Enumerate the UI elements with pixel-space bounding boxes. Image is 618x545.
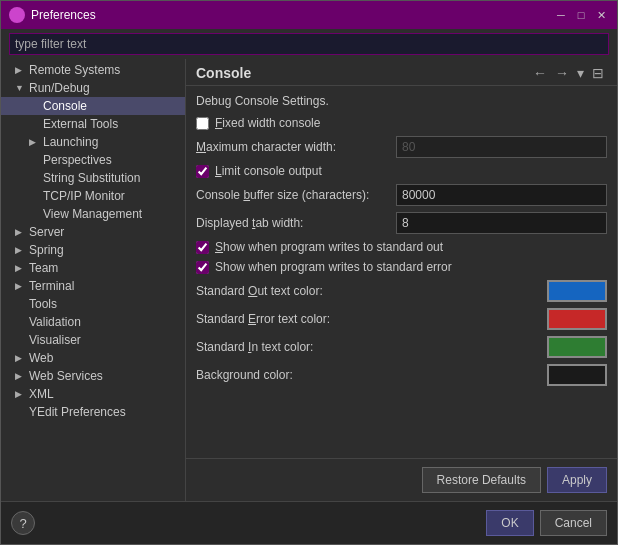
sidebar-item-web-services[interactable]: ▶ Web Services — [1, 367, 185, 385]
sidebar-item-spring[interactable]: ▶ Spring — [1, 241, 185, 259]
bg-color-label: Background color: — [196, 368, 547, 382]
stderr-color-label: Standard Error text color: — [196, 312, 547, 326]
show-stdout-label: Show when program writes to standard out — [215, 240, 443, 254]
window-title: Preferences — [31, 8, 96, 22]
panel-header: Console ← → ▾ ⊟ — [186, 59, 617, 86]
maximize-button[interactable]: □ — [573, 7, 589, 23]
stdin-color-swatch — [549, 338, 605, 356]
forward-button[interactable]: → — [552, 65, 572, 81]
stdin-color-button[interactable] — [547, 336, 607, 358]
panel-body: Debug Console Settings. Fixed width cons… — [186, 86, 617, 458]
back-button[interactable]: ← — [530, 65, 550, 81]
sidebar-item-label: Web — [29, 351, 53, 365]
collapse-button[interactable]: ⊟ — [589, 65, 607, 81]
sidebar-item-tools[interactable]: Tools — [1, 295, 185, 313]
sidebar-item-label: Spring — [29, 243, 64, 257]
sidebar-item-label: String Substitution — [43, 171, 140, 185]
titlebar-left: Preferences — [9, 7, 96, 23]
help-button[interactable]: ? — [11, 511, 35, 535]
max-char-input[interactable] — [396, 136, 607, 158]
sidebar-item-label: XML — [29, 387, 54, 401]
titlebar: Preferences ─ □ ✕ — [1, 1, 617, 29]
sidebar-item-label: Tools — [29, 297, 57, 311]
dialog-footer-left: ? — [11, 511, 480, 535]
stdin-color-label: Standard In text color: — [196, 340, 547, 354]
stdout-color-row: Standard Out text color: — [196, 280, 607, 302]
app-icon — [9, 7, 25, 23]
sidebar-item-view-management[interactable]: View Management — [1, 205, 185, 223]
sidebar-item-run-debug[interactable]: ▼ Run/Debug — [1, 79, 185, 97]
buffer-size-input[interactable] — [396, 184, 607, 206]
expand-arrow: ▶ — [15, 227, 29, 237]
stdin-color-row: Standard In text color: — [196, 336, 607, 358]
sidebar-item-label: YEdit Preferences — [29, 405, 126, 419]
limit-output-checkbox[interactable] — [196, 165, 209, 178]
preferences-window: Preferences ─ □ ✕ ▶ Remote Systems ▼ Run… — [0, 0, 618, 545]
sidebar-item-string-substitution[interactable]: String Substitution — [1, 169, 185, 187]
sidebar-item-console[interactable]: Console — [1, 97, 185, 115]
tab-width-row: Displayed tab width: — [196, 212, 607, 234]
show-stderr-checkbox[interactable] — [196, 261, 209, 274]
dialog-footer: ? OK Cancel — [1, 501, 617, 544]
bg-color-row: Background color: — [196, 364, 607, 386]
sidebar-item-xml[interactable]: ▶ XML — [1, 385, 185, 403]
sidebar-item-label: Validation — [29, 315, 81, 329]
sidebar-item-tcpip-monitor[interactable]: TCP/IP Monitor — [1, 187, 185, 205]
right-panel: Console ← → ▾ ⊟ Debug Console Settings. … — [186, 59, 617, 501]
sidebar-item-yedit-preferences[interactable]: YEdit Preferences — [1, 403, 185, 421]
stderr-color-button[interactable] — [547, 308, 607, 330]
minimize-button[interactable]: ─ — [553, 7, 569, 23]
sidebar-item-team[interactable]: ▶ Team — [1, 259, 185, 277]
search-input[interactable] — [9, 33, 609, 55]
sidebar-item-visualiser[interactable]: Visualiser — [1, 331, 185, 349]
limit-output-row: Limit console output — [196, 164, 607, 178]
tab-width-input[interactable] — [396, 212, 607, 234]
expand-arrow: ▶ — [15, 245, 29, 255]
buffer-size-label: Console buffer size (characters): — [196, 188, 396, 202]
sidebar-item-label: Visualiser — [29, 333, 81, 347]
stderr-color-swatch — [549, 310, 605, 328]
buffer-size-row: Console buffer size (characters): — [196, 184, 607, 206]
apply-button[interactable]: Apply — [547, 467, 607, 493]
sidebar-item-label: TCP/IP Monitor — [43, 189, 125, 203]
expand-arrow: ▼ — [15, 83, 29, 93]
restore-defaults-button[interactable]: Restore Defaults — [422, 467, 541, 493]
sidebar-item-label: External Tools — [43, 117, 118, 131]
sidebar-item-launching[interactable]: ▶ Launching — [1, 133, 185, 151]
stdout-color-button[interactable] — [547, 280, 607, 302]
sidebar-item-external-tools[interactable]: External Tools — [1, 115, 185, 133]
expand-arrow: ▶ — [15, 371, 29, 381]
show-stdout-checkbox[interactable] — [196, 241, 209, 254]
cancel-button[interactable]: Cancel — [540, 510, 607, 536]
sidebar-item-label: Remote Systems — [29, 63, 120, 77]
expand-arrow: ▶ — [29, 137, 43, 147]
expand-arrow: ▶ — [15, 281, 29, 291]
show-stderr-row: Show when program writes to standard err… — [196, 260, 607, 274]
sidebar-item-label: Terminal — [29, 279, 74, 293]
sidebar-item-validation[interactable]: Validation — [1, 313, 185, 331]
sidebar-item-perspectives[interactable]: Perspectives — [1, 151, 185, 169]
ok-button[interactable]: OK — [486, 510, 533, 536]
expand-arrow: ▶ — [15, 263, 29, 273]
search-bar — [1, 29, 617, 59]
sidebar-item-label: Console — [43, 99, 87, 113]
menu-button[interactable]: ▾ — [574, 65, 587, 81]
sidebar-item-label: Team — [29, 261, 58, 275]
stdout-color-label: Standard Out text color: — [196, 284, 547, 298]
sidebar-item-web[interactable]: ▶ Web — [1, 349, 185, 367]
sidebar-item-server[interactable]: ▶ Server — [1, 223, 185, 241]
sidebar-item-label: Web Services — [29, 369, 103, 383]
stderr-color-row: Standard Error text color: — [196, 308, 607, 330]
show-stdout-row: Show when program writes to standard out — [196, 240, 607, 254]
fixed-width-row: Fixed width console — [196, 116, 607, 130]
main-content: ▶ Remote Systems ▼ Run/Debug Console Ext… — [1, 59, 617, 501]
fixed-width-checkbox[interactable] — [196, 117, 209, 130]
max-char-label: Maximum character width: — [196, 140, 396, 154]
close-button[interactable]: ✕ — [593, 7, 609, 23]
sidebar-item-remote-systems[interactable]: ▶ Remote Systems — [1, 61, 185, 79]
sidebar-item-terminal[interactable]: ▶ Terminal — [1, 277, 185, 295]
sidebar-item-label: Launching — [43, 135, 98, 149]
bg-color-button[interactable] — [547, 364, 607, 386]
titlebar-controls: ─ □ ✕ — [553, 7, 609, 23]
sidebar-item-label: Perspectives — [43, 153, 112, 167]
